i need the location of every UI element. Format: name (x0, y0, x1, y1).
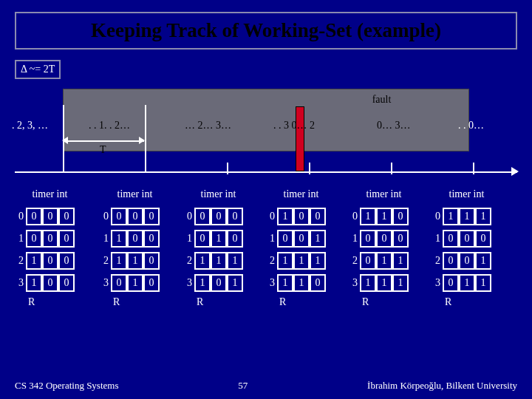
page-table-3: timer int0100100121113110R (266, 188, 336, 308)
bit-cell: 1 (127, 253, 143, 268)
bit-cell: 1 (293, 253, 310, 268)
bit-cell: 0 (392, 231, 409, 246)
bit-cell: 0 (443, 253, 459, 268)
timer-int-label: timer int (183, 188, 253, 200)
bit-cell: 1 (475, 253, 491, 268)
table-row: 0000 (183, 208, 253, 225)
bit-cell: 0 (443, 231, 459, 246)
bit-cell: 1 (443, 209, 459, 224)
bit-cell: 0 (194, 231, 211, 246)
bit-cell: 0 (211, 276, 227, 290)
bit-cell: 1 (459, 276, 475, 290)
table-row: 0000 (100, 208, 170, 225)
fault-marker (296, 106, 304, 171)
table-row: 1100 (100, 230, 170, 248)
page-table-4: timer int0110100020113111R (349, 188, 419, 308)
bit-cell: 0 (227, 209, 243, 224)
table-row: 1000 (15, 230, 85, 248)
table-row: 3110 (266, 274, 336, 292)
seq-2: … 2… 3… (185, 120, 231, 132)
bit-cell: 0 (475, 231, 491, 246)
bit-cell: 1 (277, 276, 293, 290)
bit-cell: 0 (143, 209, 160, 224)
table-row: 0111 (432, 208, 502, 225)
page-id: 3 (100, 277, 109, 289)
page-id: 3 (349, 277, 358, 289)
bit-cell: 1 (392, 276, 409, 290)
page-table-5: timer int0111100020013011R (432, 188, 502, 308)
table-row: 3011 (432, 274, 502, 292)
bit-cell: 0 (42, 231, 58, 246)
page-id: 2 (266, 255, 275, 267)
seq-1: . . 1. . 2… (89, 120, 130, 132)
bit-cell: 0 (277, 231, 293, 246)
page-id: 2 (15, 255, 24, 267)
table-row: 2001 (432, 252, 502, 270)
footer-page-number: 57 (238, 380, 248, 392)
timer-int-label: timer int (432, 188, 502, 200)
bit-cell: 1 (211, 231, 227, 246)
page-id: 3 (183, 277, 192, 289)
title-box: Keeping Track of Working-Set (example) (15, 12, 517, 50)
bit-cell: 0 (42, 276, 58, 290)
page-table-0: timer int0000100021003100R (15, 188, 85, 308)
timer-int-label: timer int (266, 188, 336, 200)
r-column-label: R (113, 296, 170, 308)
bit-cell: 0 (310, 276, 326, 290)
bit-cell: 0 (58, 209, 75, 224)
table-row: 2011 (349, 252, 419, 270)
bit-cell: 0 (459, 231, 475, 246)
bit-cell: 0 (143, 253, 160, 268)
bit-cell: 1 (475, 276, 491, 290)
bit-cell: 1 (111, 253, 127, 268)
bit-cell: 1 (26, 276, 42, 290)
table-row: 2100 (15, 252, 85, 270)
bit-cell: 1 (376, 209, 392, 224)
bit-cell: 1 (392, 253, 409, 268)
bit-cell: 1 (310, 231, 326, 246)
delta-formula: Δ ~= 2T (15, 60, 61, 79)
page-table-1: timer int0000110021103010R (100, 188, 170, 308)
table-row: 1000 (432, 230, 502, 248)
bit-cell: 0 (194, 209, 211, 224)
timer-int-label: timer int (15, 188, 85, 200)
seq-0: . 2, 3, … (12, 120, 48, 132)
bit-cell: 1 (194, 276, 211, 290)
page-id: 0 (100, 211, 109, 222)
bit-cell: 1 (293, 276, 310, 290)
bit-cell: 1 (360, 209, 376, 224)
page-id: 1 (100, 233, 109, 245)
timeline (15, 164, 517, 179)
r-column-label: R (28, 296, 85, 308)
bit-cell: 0 (111, 276, 127, 290)
page-table-2: timer int0000101021113101R (183, 188, 253, 308)
bit-cell: 0 (26, 231, 42, 246)
bit-cell: 1 (277, 209, 293, 224)
page-id: 0 (15, 211, 24, 222)
bit-cell: 1 (376, 276, 392, 290)
bit-cell: 1 (111, 231, 127, 246)
seq-4: 0… 3… (377, 120, 411, 132)
table-row: 1000 (349, 230, 419, 248)
bit-cell: 0 (360, 253, 376, 268)
bit-cell: 0 (143, 231, 160, 246)
bit-cell: 0 (459, 253, 475, 268)
page-id: 2 (100, 255, 109, 267)
footer: CS 342 Operating Systems 57 İbrahim Körp… (15, 380, 517, 392)
bit-cell: 0 (143, 276, 160, 290)
bit-cell: 1 (310, 253, 326, 268)
bit-cell: 1 (277, 253, 293, 268)
bit-cell: 0 (127, 231, 143, 246)
r-column-label: R (362, 296, 419, 308)
table-row: 0000 (15, 208, 85, 225)
table-row: 1001 (266, 230, 336, 248)
page-id: 2 (349, 255, 358, 267)
tick-1 (145, 105, 146, 171)
fault-label: fault (361, 94, 402, 106)
table-row: 2111 (266, 252, 336, 270)
footer-course: CS 342 Operating Systems (15, 380, 118, 392)
bit-cell: 0 (127, 209, 143, 224)
table-row: 3010 (100, 274, 170, 292)
table-row: 2111 (183, 252, 253, 270)
table-row: 3111 (349, 274, 419, 292)
